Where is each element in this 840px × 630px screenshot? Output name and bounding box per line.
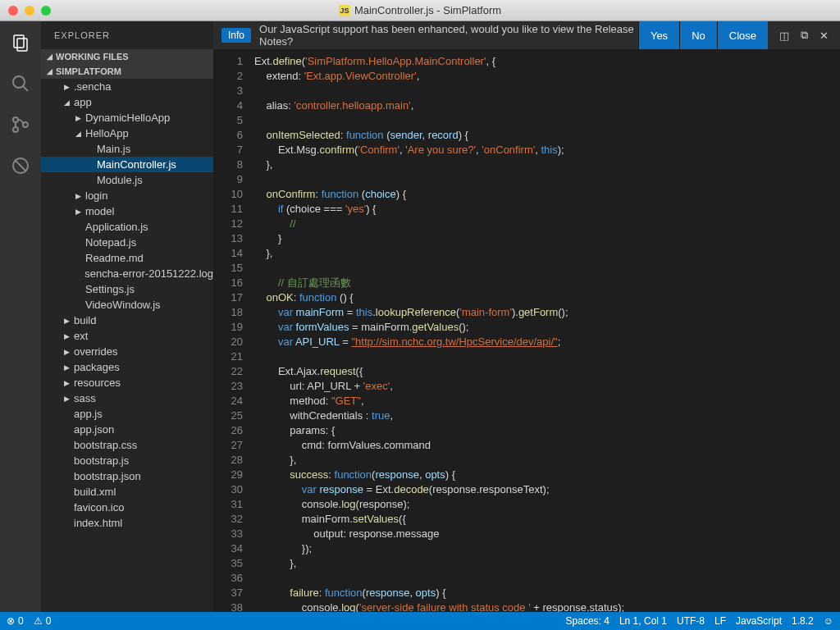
warnings-status[interactable]: ⚠ 0 <box>34 615 52 627</box>
close-window-button[interactable] <box>8 6 18 16</box>
tree-item[interactable]: ▶build <box>41 313 213 328</box>
file-tree: ▶.sencha◢app▶DynamicHelloApp◢HelloAppMai… <box>41 79 213 612</box>
debug-icon[interactable] <box>9 154 32 177</box>
split-editor-icon[interactable]: ◫ <box>779 30 789 42</box>
tree-item[interactable]: app.js <box>41 406 213 422</box>
feedback-icon[interactable]: ☺ <box>824 615 833 627</box>
code-content[interactable]: Ext.define('SimPlatform.HelloApp.MainCon… <box>254 49 840 612</box>
tree-item[interactable]: ▶DynamicHelloApp <box>41 110 213 126</box>
svg-point-2 <box>13 76 25 88</box>
window-title: JS MainController.js - SimPlatform <box>339 4 501 16</box>
notification-message: Our JavaScript support has been enhanced… <box>259 23 638 48</box>
overflow-icon[interactable]: ⧉ <box>801 29 808 42</box>
tree-item[interactable]: Module.js <box>41 172 213 188</box>
svg-line-8 <box>15 160 26 171</box>
search-icon[interactable] <box>9 72 32 95</box>
tree-item[interactable]: favicon.ico <box>41 500 213 515</box>
tree-item[interactable]: Settings.js <box>41 281 213 297</box>
tree-item[interactable]: Main.js <box>41 141 213 157</box>
project-header[interactable]: ◢SIMPLATFORM <box>41 64 213 79</box>
working-files-header[interactable]: ◢WORKING FILES <box>41 49 213 64</box>
encoding-status[interactable]: UTF-8 <box>677 615 705 627</box>
source-control-icon[interactable] <box>9 113 32 136</box>
version-status[interactable]: 1.8.2 <box>792 615 814 627</box>
errors-status[interactable]: ⊗ 0 <box>7 615 24 627</box>
svg-line-3 <box>23 86 28 91</box>
explorer-icon[interactable] <box>9 31 32 54</box>
svg-point-5 <box>13 127 18 132</box>
dismiss-icon[interactable]: ✕ <box>819 30 829 42</box>
minimize-window-button[interactable] <box>25 6 34 16</box>
eol-status[interactable]: LF <box>714 615 726 627</box>
cursor-status[interactable]: Ln 1, Col 1 <box>619 615 667 627</box>
svg-point-4 <box>13 117 18 122</box>
tree-item[interactable]: ▶packages <box>41 359 213 375</box>
notification-bar: Info Our JavaScript support has been enh… <box>213 21 840 49</box>
svg-rect-0 <box>14 35 24 48</box>
tree-item[interactable]: ▶model <box>41 203 213 219</box>
yes-button[interactable]: Yes <box>638 21 679 49</box>
status-bar: ⊗ 0 ⚠ 0 Spaces: 4 Ln 1, Col 1 UTF-8 LF J… <box>0 612 840 630</box>
tree-item[interactable]: Readme.md <box>41 250 213 266</box>
tree-item[interactable]: ▶.sencha <box>41 79 213 94</box>
indent-status[interactable]: Spaces: 4 <box>566 615 609 627</box>
maximize-window-button[interactable] <box>41 6 51 16</box>
code-editor[interactable]: 1234567891011121314151617181920212223242… <box>213 49 840 612</box>
language-status[interactable]: JavaScript <box>736 615 782 627</box>
tree-item[interactable]: ◢HelloApp <box>41 126 213 141</box>
svg-rect-1 <box>17 39 27 51</box>
tree-item[interactable]: ▶sass <box>41 390 213 406</box>
tree-item[interactable]: Notepad.js <box>41 235 213 250</box>
line-gutter: 1234567891011121314151617181920212223242… <box>213 49 254 612</box>
tree-item[interactable]: ▶overrides <box>41 344 213 359</box>
tree-item[interactable]: bootstrap.css <box>41 437 213 453</box>
titlebar: JS MainController.js - SimPlatform <box>0 0 840 21</box>
tree-item[interactable]: bootstrap.js <box>41 453 213 468</box>
tree-item[interactable]: build.xml <box>41 484 213 500</box>
js-file-icon: JS <box>339 5 350 16</box>
tree-item[interactable]: ▶resources <box>41 375 213 390</box>
tree-item[interactable]: app.json <box>41 422 213 437</box>
editor-area: Info Our JavaScript support has been enh… <box>213 21 840 612</box>
no-button[interactable]: No <box>679 21 717 49</box>
close-button[interactable]: Close <box>717 21 768 49</box>
activity-bar <box>0 21 41 612</box>
tree-item[interactable]: ◢app <box>41 94 213 110</box>
tree-item[interactable]: bootstrap.json <box>41 468 213 484</box>
window-controls <box>8 6 51 16</box>
tree-item[interactable]: MainController.js <box>41 157 213 172</box>
tree-item[interactable]: Application.js <box>41 219 213 235</box>
window-title-text: MainController.js - SimPlatform <box>354 4 501 16</box>
sidebar-title: EXPLORER <box>41 21 213 49</box>
tree-item[interactable]: sencha-error-20151222.log <box>41 266 213 281</box>
tree-item[interactable]: ▶login <box>41 188 213 203</box>
sidebar: EXPLORER ◢WORKING FILES ◢SIMPLATFORM ▶.s… <box>41 21 213 612</box>
info-badge: Info <box>221 28 251 43</box>
tree-item[interactable]: VideoWindow.js <box>41 297 213 313</box>
tree-item[interactable]: index.html <box>41 515 213 531</box>
tree-item[interactable]: ▶ext <box>41 328 213 344</box>
